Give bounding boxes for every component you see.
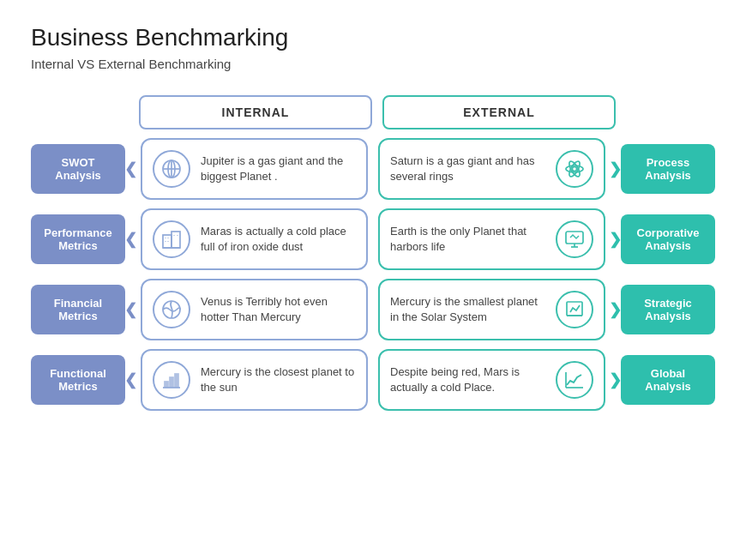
left-label-2: FinancialMetrics [31, 285, 125, 334]
internal-icon-1 [153, 220, 190, 258]
external-text-3: Despite being red, Mars is actually a co… [390, 364, 545, 395]
external-text-1: Earth is the only Planet that harbors li… [390, 224, 545, 255]
external-text-2: Mercury is the smallest planet in the So… [390, 294, 545, 325]
external-cell-0: Saturn is a gas giant and has several ri… [378, 138, 605, 200]
external-cell-3: Despite being red, Mars is actually a co… [378, 349, 605, 411]
internal-text-3: Mercury is the closest planet to the sun [201, 364, 356, 395]
right-label-0: ProcessAnalysis [621, 144, 715, 194]
svg-rect-24 [170, 377, 173, 387]
left-label-3: FunctionalMetrics [31, 355, 125, 405]
svg-rect-25 [175, 374, 178, 387]
internal-cell-2: Venus is Terribly hot even hotter Than M… [141, 279, 368, 340]
data-row: FinancialMetrics Venus is Terribly hot e… [31, 279, 715, 340]
internal-cell-1: Maras is actually a cold place full of i… [141, 208, 368, 270]
internal-icon-3 [153, 361, 190, 399]
internal-cell-3: Mercury is the closest planet to the sun [141, 349, 368, 411]
external-icon-1 [556, 220, 593, 258]
svg-rect-23 [165, 382, 168, 387]
internal-icon-0 [153, 150, 190, 188]
external-cell-2: Mercury is the smallest planet in the So… [378, 279, 605, 340]
main-grid: INTERNAL EXTERNAL SWOTAnalysis Jupiter i… [31, 95, 715, 411]
svg-rect-9 [171, 232, 180, 248]
data-row: SWOTAnalysis Jupiter is a gas giant and … [31, 138, 715, 200]
external-text-0: Saturn is a gas giant and has several ri… [390, 154, 545, 184]
internal-text-0: Jupiter is a gas giant and the biggest P… [201, 154, 356, 184]
right-label-1: CorporativeAnalysis [621, 214, 715, 264]
data-row: FunctionalMetrics Mercury is the closest… [31, 349, 715, 411]
internal-column-header: INTERNAL [139, 95, 372, 129]
page-title: Business Benchmarking [31, 24, 715, 51]
header-row: INTERNAL EXTERNAL [31, 95, 715, 129]
external-cell-1: Earth is the only Planet that harbors li… [378, 208, 605, 270]
data-row: PerformanceMetrics Maras is actually a c… [31, 208, 715, 270]
page-subtitle: Internal VS External Benchmarking [31, 57, 715, 71]
data-rows: SWOTAnalysis Jupiter is a gas giant and … [31, 138, 715, 411]
svg-point-4 [573, 167, 577, 172]
internal-cell-0: Jupiter is a gas giant and the biggest P… [141, 138, 368, 200]
internal-text-2: Venus is Terribly hot even hotter Than M… [201, 294, 356, 325]
left-label-1: PerformanceMetrics [31, 214, 125, 264]
external-icon-3 [556, 361, 593, 399]
external-column-header: EXTERNAL [382, 95, 616, 129]
external-icon-2 [556, 291, 593, 328]
right-label-3: GlobalAnalysis [621, 355, 715, 405]
internal-text-1: Maras is actually a cold place full of i… [201, 224, 356, 255]
right-label-2: StrategicAnalysis [621, 285, 715, 334]
external-icon-0 [556, 150, 593, 188]
left-label-0: SWOTAnalysis [31, 144, 125, 194]
internal-icon-2 [153, 291, 190, 328]
